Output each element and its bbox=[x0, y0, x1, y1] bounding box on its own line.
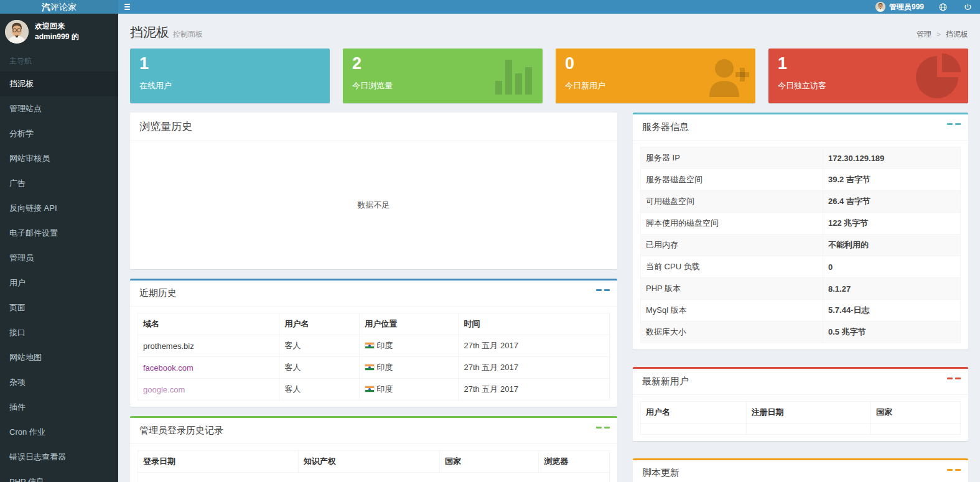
username-cell: 客人 bbox=[279, 335, 360, 357]
panel-title: 管理员登录历史记录 bbox=[139, 425, 223, 435]
breadcrumb-current: 挡泥板 bbox=[946, 30, 968, 39]
views-history-chart-area: 数据不足 bbox=[130, 141, 617, 269]
content: 挡泥板控制面板 管理 > 挡泥板 1在线用户2今日浏览量0今日新用户1今日独立访… bbox=[118, 14, 980, 482]
language-globe-icon[interactable] bbox=[930, 0, 955, 14]
sidebar-link-php-info[interactable]: PHP 信息 bbox=[0, 470, 118, 482]
sidebar-link-admins[interactable]: 管理员 bbox=[0, 246, 118, 271]
sidebar-link-email-settings[interactable]: 电子邮件设置 bbox=[0, 221, 118, 246]
sidebar-link-plugins[interactable]: 插件 bbox=[0, 395, 118, 420]
server-info-label: 脚本使用的磁盘空间 bbox=[641, 213, 823, 234]
script-update-panel: 脚本更新 您的版本2.8 版 bbox=[633, 458, 968, 482]
panel-title: 近期历史 bbox=[139, 287, 177, 298]
topbar-username: 管理员999 bbox=[889, 2, 924, 12]
stat-box-today-new-users: 0今日新用户 bbox=[556, 49, 755, 103]
panel-title: 服务器信息 bbox=[642, 121, 689, 132]
server-info-label: 当前 CPU 负载 bbox=[641, 256, 823, 278]
newest-users-table: 用户名注册日期国家 bbox=[640, 401, 961, 435]
server-info-value: 5.7.44-日志 bbox=[823, 300, 960, 322]
breadcrumb: 管理 > 挡泥板 bbox=[917, 29, 968, 41]
server-info-label: 服务器 IP bbox=[641, 147, 823, 169]
sidebar-link-error-log-viewer[interactable]: 错误日志查看器 bbox=[0, 445, 118, 470]
brand-logo[interactable]: 汽评论家 bbox=[0, 0, 118, 14]
sidebar-link-manage-site[interactable]: 管理站点 bbox=[0, 96, 118, 121]
collapse-button[interactable] bbox=[947, 123, 961, 125]
panel-title: 最新新用户 bbox=[642, 376, 689, 386]
avatar-mini bbox=[875, 2, 885, 12]
panel-title: 脚本更新 bbox=[642, 467, 679, 478]
server-info-label: PHP 版本 bbox=[641, 278, 823, 300]
time-cell: 27th 五月 2017 bbox=[459, 357, 610, 379]
column-header: 用户位置 bbox=[360, 313, 459, 335]
table-row: google.com客人印度27th 五月 2017 bbox=[138, 379, 610, 401]
sidebar-link-api[interactable]: 接口 bbox=[0, 320, 118, 345]
server-info-row: 脚本使用的磁盘空间122 兆字节 bbox=[641, 213, 961, 234]
time-cell: 27th 五月 2017 bbox=[459, 379, 610, 401]
sidebar-link-sitemap[interactable]: 网站地图 bbox=[0, 345, 118, 370]
india-flag bbox=[365, 364, 375, 371]
sidebar-item-ads: 广告 bbox=[0, 171, 118, 196]
collapse-button[interactable] bbox=[947, 469, 961, 471]
logout-power-icon[interactable] bbox=[955, 0, 980, 14]
domain-link[interactable]: facebook.com bbox=[143, 363, 194, 373]
username-cell: 客人 bbox=[279, 357, 360, 379]
column-header: 国家 bbox=[440, 451, 539, 473]
sidebar-link-dashboard[interactable]: 挡泥板 bbox=[0, 72, 118, 96]
server-info-value: 172.30.129.189 bbox=[823, 147, 960, 169]
sidebar-item-misc: 杂项 bbox=[0, 370, 118, 395]
welcome-text: 欢迎回来 bbox=[35, 21, 79, 32]
server-info-row: 数据库大小0.5 兆字节 bbox=[641, 322, 961, 343]
server-info-row: MySql 版本5.7.44-日志 bbox=[641, 300, 961, 322]
breadcrumb-separator: > bbox=[936, 30, 940, 38]
collapse-button[interactable] bbox=[947, 378, 961, 379]
sidebar-item-pages: 页面 bbox=[0, 295, 118, 320]
server-info-value: 0.5 兆字节 bbox=[823, 322, 960, 343]
page-title: 挡泥板控制面板 bbox=[130, 24, 203, 41]
location-cell: 印度 bbox=[376, 341, 393, 350]
sidebar-toggle-icon[interactable] bbox=[119, 0, 135, 14]
column-header: 浏览器 bbox=[539, 451, 610, 473]
column-header: 登录日期 bbox=[138, 451, 299, 473]
brand-logo-text: 评论家 bbox=[50, 2, 77, 12]
none bbox=[278, 53, 325, 98]
sidebar-link-pages[interactable]: 页面 bbox=[0, 295, 118, 320]
server-info-label: 数据库大小 bbox=[641, 322, 823, 343]
username-cell: 客人 bbox=[279, 379, 360, 401]
views-history-panel: 浏览量历史 数据不足 bbox=[130, 113, 617, 269]
sidebar-link-backlink-api[interactable]: 反向链接 API bbox=[0, 196, 118, 221]
sidebar-item-email-settings: 电子邮件设置 bbox=[0, 221, 118, 246]
sidebar-link-misc[interactable]: 杂项 bbox=[0, 370, 118, 395]
sidebar-item-users: 用户 bbox=[0, 271, 118, 295]
column-header: 知识产权 bbox=[298, 451, 439, 473]
sidebar-link-ads[interactable]: 广告 bbox=[0, 171, 118, 196]
table-header-row: 登录日期知识产权国家浏览器 bbox=[138, 451, 610, 473]
recent-history-panel: 近期历史 域名用户名用户位置时间prothemes.biz客人印度27th 五月… bbox=[130, 279, 617, 407]
sidebar-item-sitemap: 网站地图 bbox=[0, 345, 118, 370]
server-info-label: MySql 版本 bbox=[641, 300, 823, 322]
sidebar-item-backlink-api: 反向链接 API bbox=[0, 196, 118, 221]
sidebar-link-analytics[interactable]: 分析学 bbox=[0, 121, 118, 146]
server-info-value: 不能利用的 bbox=[823, 234, 960, 256]
sidebar-item-analytics: 分析学 bbox=[0, 121, 118, 146]
table-row bbox=[641, 424, 961, 435]
sidebar-link-cron-jobs[interactable]: Cron 作业 bbox=[0, 420, 118, 445]
domain-link[interactable]: google.com bbox=[143, 385, 185, 394]
sidebar-item-plugins: 插件 bbox=[0, 395, 118, 420]
india-flag bbox=[365, 386, 375, 392]
collapse-button[interactable] bbox=[596, 289, 610, 291]
server-info-row: 服务器 IP172.30.129.189 bbox=[641, 147, 961, 169]
sidebar-link-website-reviewer[interactable]: 网站审核员 bbox=[0, 146, 118, 171]
column-header: 域名 bbox=[138, 313, 279, 335]
sidebar-link-users[interactable]: 用户 bbox=[0, 271, 118, 295]
sidebar-item-admins: 管理员 bbox=[0, 246, 118, 271]
stat-box-today-views: 2今日浏览量 bbox=[343, 49, 543, 103]
app: 汽评论家 欢迎回来 admin999 的 主导航 挡泥板管理站点分析学网站审核员… bbox=[0, 0, 980, 482]
avatar bbox=[5, 20, 29, 44]
collapse-button[interactable] bbox=[596, 427, 610, 429]
user-menu[interactable]: 管理员999 bbox=[869, 0, 930, 14]
sidebar-item-website-reviewer: 网站审核员 bbox=[0, 146, 118, 171]
table-row bbox=[138, 473, 610, 482]
server-info-panel: 服务器信息 服务器 IP172.30.129.189服务器磁盘空间39.2 吉字… bbox=[633, 113, 968, 350]
breadcrumb-home[interactable]: 管理 bbox=[917, 30, 931, 39]
sidebar-item-api: 接口 bbox=[0, 320, 118, 345]
newest-users-panel: 最新新用户 用户名注册日期国家 bbox=[633, 367, 968, 441]
